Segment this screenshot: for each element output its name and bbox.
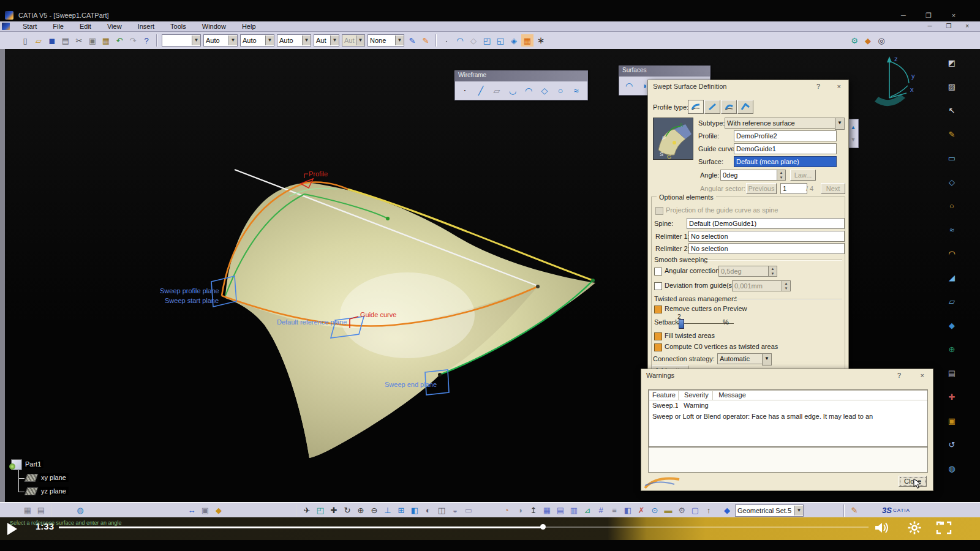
brush-icon[interactable]: ✎ — [848, 504, 861, 517]
remove-cutters-checkbox[interactable] — [654, 305, 662, 313]
menu-file[interactable]: File — [45, 22, 72, 31]
depth-icon[interactable]: ◑ — [514, 504, 526, 517]
profile-input[interactable]: DemoProfile2 — [734, 130, 837, 141]
undo-icon[interactable]: ↶ — [113, 34, 126, 47]
iso-view-icon[interactable]: ◧ — [409, 504, 421, 517]
catalog2-icon[interactable]: ◱ — [494, 34, 507, 47]
warning-row[interactable]: Sweep.1 Warning Sweep or Loft or Blend o… — [649, 400, 927, 422]
measure-icon[interactable]: ✚ — [946, 391, 958, 403]
profile-type-conic-button[interactable] — [737, 100, 753, 114]
relimiter2-input[interactable]: No selection — [688, 243, 845, 254]
graph-tree2-icon[interactable]: ▤ — [35, 504, 47, 517]
player-settings-gear-icon[interactable] — [908, 521, 921, 534]
compute-c0-checkbox[interactable] — [654, 343, 662, 351]
connection-strategy-dropdown[interactable]: Automatic — [717, 353, 766, 364]
profile-type-explicit-button[interactable] — [688, 100, 704, 114]
update-icon[interactable]: ↺ — [946, 438, 958, 451]
point-style-combo[interactable]: Auto▼ — [277, 34, 311, 47]
blend-icon[interactable]: ◇ — [467, 34, 480, 47]
pan-icon[interactable]: ✚ — [328, 504, 340, 517]
3d-compass[interactable]: z y x — [862, 54, 930, 118]
cut-icon[interactable]: ✂ — [73, 34, 85, 47]
line-type-combo[interactable]: ▼ — [162, 34, 201, 47]
hide-show-icon[interactable]: ◒ — [449, 504, 461, 517]
mini-up-icon[interactable]: ▲ — [847, 121, 859, 133]
paint-icon[interactable]: ◆ — [862, 34, 874, 47]
boolean-icon[interactable]: ⊕ — [946, 343, 958, 355]
dialog-help-button[interactable]: ? — [816, 83, 820, 90]
snap-icon[interactable]: ▤ — [554, 504, 567, 517]
progress-knob[interactable] — [540, 524, 546, 530]
open-folder-icon[interactable]: ▱ — [32, 34, 45, 47]
mini-tool-icon[interactable]: ▼ — [847, 133, 859, 146]
ruler-icon[interactable]: ▬ — [662, 504, 674, 517]
wireframe-view-icon[interactable]: ◫ — [435, 504, 448, 517]
warnings-close-button[interactable]: Close — [899, 476, 927, 487]
redo-icon[interactable]: ↷ — [127, 34, 139, 47]
painter-icon[interactable]: ✎ — [420, 34, 432, 47]
line-icon[interactable]: ╱ — [473, 83, 489, 99]
spline-icon[interactable]: ≈ — [568, 83, 584, 99]
connection-dropdown-arrow[interactable]: ▼ — [762, 353, 772, 365]
gear2-icon[interactable]: ⚙ — [676, 504, 688, 517]
fullscreen-icon[interactable] — [936, 521, 952, 534]
col-feature[interactable]: Feature — [649, 390, 679, 400]
deviation-checkbox[interactable] — [654, 282, 662, 290]
menu-view[interactable]: View — [99, 22, 130, 31]
point-icon[interactable]: · — [457, 83, 473, 99]
paste-icon[interactable]: ▦ — [100, 34, 112, 47]
fly-mode-icon[interactable]: ✈ — [301, 504, 313, 517]
arrowup-icon[interactable]: ↑ — [703, 504, 715, 517]
lock-icon[interactable]: ◆ — [213, 504, 225, 517]
layer-combo[interactable]: None▼ — [368, 34, 404, 47]
relimiter1-input[interactable]: No selection — [688, 231, 845, 242]
copy-icon[interactable]: ▣ — [86, 34, 99, 47]
profile-type-circle-button[interactable] — [721, 100, 737, 114]
subtype-dropdown[interactable]: With reference surface — [725, 118, 840, 129]
box-icon[interactable]: ▢ — [689, 504, 701, 517]
dialog-close-icon[interactable]: × — [837, 83, 841, 90]
print-icon[interactable]: ▤ — [59, 34, 72, 47]
target-icon[interactable]: ⊙ — [649, 504, 661, 517]
volume-icon[interactable] — [875, 522, 891, 534]
spine-input[interactable]: Default (DemoGuide1) — [687, 218, 845, 229]
plane-icon[interactable]: ▱ — [489, 83, 505, 99]
fillet-icon[interactable]: ◢ — [946, 271, 958, 283]
minimize-button[interactable]: ─ — [895, 11, 911, 20]
weight-combo[interactable]: Aut▼ — [314, 34, 339, 47]
curve-arc-icon[interactable]: ◠ — [454, 34, 466, 47]
reflect-line-icon[interactable]: ◇ — [537, 83, 552, 99]
rib-icon[interactable]: ≈ — [946, 223, 958, 236]
save-icon[interactable]: ◼ — [46, 34, 58, 47]
half-icon[interactable]: ◧ — [622, 504, 634, 517]
select-cursor-icon[interactable]: ↖ — [946, 104, 958, 116]
shaft-icon[interactable]: ○ — [946, 200, 958, 212]
fit-all-icon[interactable]: ◰ — [314, 504, 326, 517]
tree-node-yz-plane[interactable]: yz plane — [39, 487, 69, 495]
profile-type-line-button[interactable] — [704, 100, 720, 114]
warnings-help-button[interactable]: ? — [897, 372, 901, 379]
thickness-combo[interactable]: Auto▼ — [203, 34, 238, 47]
menu-edit[interactable]: Edit — [72, 22, 99, 31]
maximize-button[interactable]: ❐ — [921, 11, 937, 20]
light-icon[interactable]: ◔ — [500, 504, 513, 517]
angular-correction-checkbox[interactable] — [654, 268, 662, 276]
triangle-icon[interactable]: ⊿ — [581, 504, 594, 517]
help-icon[interactable]: ▨ — [946, 80, 958, 92]
world-icon[interactable]: ◍ — [74, 504, 86, 517]
tree-node-part1[interactable]: Part1 — [23, 460, 43, 468]
grid-toggle-icon[interactable]: ▦ — [521, 34, 533, 47]
shaded-view-icon[interactable]: ◐ — [422, 504, 434, 517]
intersection-icon[interactable]: ◠ — [521, 83, 537, 99]
wireframe-toolbar[interactable]: Wireframe ·╱▱◡◠◇○≈ — [454, 70, 588, 100]
fill-twisted-checkbox[interactable] — [654, 332, 662, 340]
warnings-dialog-title[interactable]: Warnings — [641, 369, 933, 381]
zoom-in-icon[interactable]: ⊕ — [355, 504, 367, 517]
thickness-icon[interactable]: ◆ — [946, 319, 958, 331]
sector-input[interactable]: 1 — [780, 183, 807, 194]
magnify-icon[interactable]: ◎ — [875, 34, 888, 47]
chamfer-icon[interactable]: ▱ — [946, 295, 958, 307]
color-combo[interactable]: Auto▼ — [240, 34, 274, 47]
rotate-icon[interactable]: ↻ — [341, 504, 353, 517]
hash-icon[interactable]: # — [595, 504, 607, 517]
